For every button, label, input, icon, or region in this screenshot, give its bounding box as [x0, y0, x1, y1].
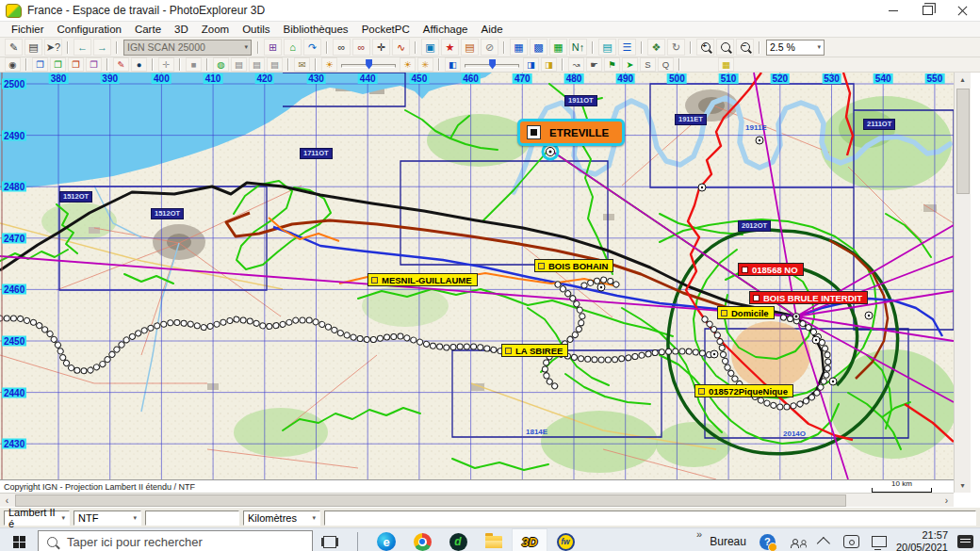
- get-help-icon[interactable]: ?: [760, 534, 776, 550]
- hidden-icons-chevron-icon[interactable]: [817, 537, 830, 550]
- hue-slider-thumb[interactable]: [489, 59, 496, 70]
- waypoint-mesnil-guillaume[interactable]: MESNIL-GUILLAUME: [368, 273, 478, 286]
- menu-pocketpc[interactable]: PocketPC: [355, 23, 416, 36]
- zoom-in-icon[interactable]: +: [696, 39, 714, 56]
- status-field-kilom-tres[interactable]: Kilomètres▾: [243, 510, 320, 526]
- refresh-icon[interactable]: ↻: [667, 39, 685, 56]
- grid-icon[interactable]: ▦: [510, 39, 528, 56]
- menu-affichage[interactable]: Affichage: [416, 23, 475, 36]
- taskbar-app-chrome[interactable]: [404, 528, 440, 551]
- taskbar-search-input[interactable]: Taper ici pour rechercher: [38, 530, 313, 551]
- center-icon[interactable]: ✛: [158, 57, 174, 72]
- waypoint-018572piquenique[interactable]: 018572PiqueNique: [694, 384, 793, 397]
- page-copy-icon[interactable]: ▤: [249, 57, 265, 72]
- view-3d-icon[interactable]: ❖: [647, 39, 665, 56]
- scroll-right-icon[interactable]: ›: [939, 495, 954, 506]
- waypoint-bois-brule-interdit[interactable]: BOIS BRULE INTERDIT: [749, 291, 868, 304]
- waypoint-018568-no[interactable]: 018568 NO: [738, 263, 804, 276]
- taskbar-app-media[interactable]: d: [440, 528, 476, 551]
- hand-icon[interactable]: ☛: [586, 57, 602, 72]
- globe-dark-icon[interactable]: ●: [131, 57, 147, 72]
- back-icon[interactable]: ←: [74, 39, 91, 56]
- taskbar-app-photoexploreur-3d[interactable]: 3D: [512, 528, 547, 551]
- print-icon[interactable]: ▤: [24, 39, 42, 56]
- waypoint-la-sbiree[interactable]: LA SBIREE: [501, 344, 568, 357]
- status-field-2[interactable]: [145, 510, 239, 526]
- palette-icon[interactable]: ▦: [718, 57, 734, 72]
- photo-icon[interactable]: ▣: [421, 39, 439, 56]
- forward-icon[interactable]: →: [93, 39, 111, 56]
- route-icon[interactable]: ↷: [303, 39, 321, 56]
- brightness-high-icon[interactable]: ☀: [400, 57, 416, 72]
- cast-icon[interactable]: [843, 535, 859, 548]
- poi-icon[interactable]: ★: [441, 39, 459, 56]
- contrast-icon[interactable]: ✳: [417, 57, 433, 72]
- draw-icon[interactable]: ✎: [5, 39, 23, 56]
- context-help-icon[interactable]: ➤?: [44, 39, 62, 56]
- waypoint-domicile[interactable]: Domicile: [717, 306, 775, 319]
- restore-button[interactable]: [910, 0, 945, 21]
- menu-biblioth-ques[interactable]: Bibliothèques: [277, 23, 355, 36]
- network-icon[interactable]: [872, 536, 887, 547]
- stop-icon[interactable]: ■: [186, 57, 202, 72]
- spline-icon[interactable]: S: [640, 57, 656, 72]
- disable-icon[interactable]: ⊘: [481, 39, 498, 56]
- brightness-slider-thumb[interactable]: [366, 59, 372, 70]
- taskbar-clock[interactable]: 21:57 20/05/2021: [896, 529, 948, 551]
- hue-right-icon[interactable]: ◨: [523, 57, 539, 72]
- play-icon[interactable]: ➤: [622, 57, 638, 72]
- vertical-scrollbar[interactable]: ▴ ▾: [954, 73, 971, 493]
- flag-icon[interactable]: ⚑: [604, 57, 620, 72]
- track-tool-icon[interactable]: ↝: [568, 57, 584, 72]
- export-waypoint-icon[interactable]: ❐: [86, 57, 102, 72]
- mail-icon[interactable]: ✉: [294, 57, 310, 72]
- search-icon[interactable]: ∞: [333, 39, 351, 56]
- table-icon[interactable]: ▦: [549, 39, 567, 56]
- hue-left-icon[interactable]: ◧: [445, 57, 461, 72]
- menu-outils[interactable]: Outils: [236, 23, 276, 36]
- export-track-icon[interactable]: ❐: [50, 57, 66, 72]
- taskbar-app-file-explorer[interactable]: [476, 528, 512, 551]
- draw-red-icon[interactable]: ✎: [113, 57, 129, 72]
- minimize-button[interactable]: [875, 0, 910, 21]
- export-map-icon[interactable]: ❐: [32, 57, 48, 72]
- notification-center-icon[interactable]: [957, 535, 973, 548]
- horizontal-scroll-thumb[interactable]: [15, 494, 846, 507]
- note-icon[interactable]: ▤: [461, 39, 479, 56]
- waypoint-bois-bohain[interactable]: BOIS BOHAIN: [534, 259, 613, 272]
- capture-icon[interactable]: ◉: [5, 57, 21, 72]
- close-button[interactable]: [945, 0, 980, 21]
- vertical-scroll-thumb[interactable]: [956, 89, 970, 194]
- tray-overflow-chevron[interactable]: »: [696, 529, 702, 539]
- menu-carte[interactable]: Carte: [128, 23, 168, 36]
- waypoint-etreville[interactable]: ETREVILLE: [517, 119, 625, 146]
- plot-icon[interactable]: ▤: [598, 39, 616, 56]
- saturation-icon[interactable]: ◨: [541, 57, 557, 72]
- zoom-full-icon[interactable]: [716, 39, 734, 56]
- menu-zoom[interactable]: Zoom: [195, 23, 236, 36]
- menu-3d[interactable]: 3D: [168, 23, 195, 36]
- status-field-ntf[interactable]: NTF▾: [74, 510, 141, 526]
- web-icon[interactable]: ◍: [213, 57, 229, 72]
- status-field-4[interactable]: [324, 510, 976, 526]
- lasso-icon[interactable]: Q: [658, 57, 674, 72]
- north-icon[interactable]: N↑: [569, 39, 587, 56]
- zoom-level-select[interactable]: 2.5 %▾: [766, 40, 825, 56]
- taskbar-app-edge[interactable]: e: [368, 528, 404, 551]
- export-route-icon[interactable]: ❐: [68, 57, 84, 72]
- overview-icon[interactable]: ⊞: [264, 39, 282, 56]
- search-poi-icon[interactable]: ∞: [352, 39, 370, 56]
- taskbar-app-fw[interactable]: fw: [547, 528, 583, 551]
- track-edit-icon[interactable]: ∿: [392, 39, 410, 56]
- hue-slider[interactable]: [465, 59, 519, 71]
- page-prev-icon[interactable]: ▤: [231, 57, 247, 72]
- legend-icon[interactable]: ☰: [618, 39, 636, 56]
- menu-configuration[interactable]: Configuration: [51, 23, 128, 36]
- horizontal-scrollbar[interactable]: ‹ ›: [0, 493, 954, 507]
- start-button[interactable]: [0, 528, 38, 551]
- task-view-button[interactable]: [313, 528, 347, 551]
- map-scale-select[interactable]: IGN SCAN 25000▾: [123, 40, 252, 56]
- scroll-down-icon[interactable]: ▾: [955, 478, 971, 493]
- zoom-out-icon[interactable]: −: [736, 39, 754, 56]
- pan-icon[interactable]: ✛: [372, 39, 390, 56]
